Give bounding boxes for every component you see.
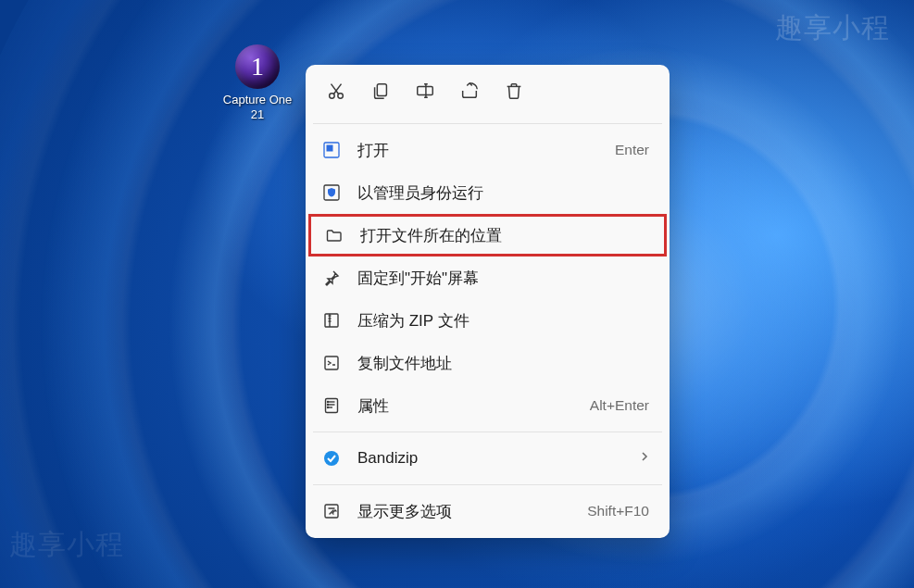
menu-label: 固定到"开始"屏幕 — [357, 268, 649, 289]
properties-icon — [322, 396, 341, 415]
menu-item-compress-zip[interactable]: 压缩为 ZIP 文件 — [311, 299, 664, 342]
rename-icon — [415, 81, 435, 106]
svg-point-1 — [338, 93, 344, 98]
menu-label: 复制文件地址 — [357, 353, 649, 374]
menu-item-open-file-location[interactable]: 打开文件所在的位置 — [308, 214, 667, 256]
menu-item-run-as-admin[interactable]: 以管理员身份运行 — [311, 171, 664, 214]
show-more-icon — [322, 502, 341, 520]
menu-separator — [313, 123, 662, 124]
open-icon — [322, 141, 341, 159]
chevron-right-icon — [640, 449, 649, 468]
menu-item-show-more-options[interactable]: 显示更多选项 Shift+F10 — [311, 490, 664, 532]
shield-icon — [322, 183, 341, 202]
menu-label: 打开 — [357, 140, 598, 161]
svg-point-0 — [330, 93, 335, 98]
menu-label: 打开文件所在的位置 — [360, 225, 646, 246]
svg-point-23 — [324, 451, 339, 466]
desktop-shortcut-label: Capture One 21 — [223, 93, 292, 123]
folder-icon — [325, 226, 344, 244]
menu-label: 显示更多选项 — [357, 501, 570, 522]
menu-label: 以管理员身份运行 — [357, 182, 649, 204]
svg-point-21 — [328, 405, 329, 406]
copy-button[interactable] — [361, 74, 400, 111]
menu-item-properties[interactable]: 属性 Alt+Enter — [311, 384, 664, 427]
svg-rect-4 — [377, 83, 386, 95]
menu-label: 压缩为 ZIP 文件 — [357, 310, 649, 332]
svg-point-22 — [328, 407, 329, 408]
share-icon — [459, 81, 480, 106]
cut-button[interactable] — [317, 74, 356, 111]
delete-icon — [504, 81, 524, 106]
menu-shortcut: Shift+F10 — [587, 503, 649, 519]
app-icon: 1 — [235, 44, 280, 89]
pin-icon — [322, 269, 341, 287]
menu-separator — [313, 432, 662, 432]
menu-label: Bandizip — [357, 449, 623, 468]
copy-path-icon — [322, 354, 341, 372]
zip-icon — [322, 311, 341, 330]
context-menu: 打开 Enter 以管理员身份运行 打开文件所在的位置 固定到"开始"屏幕 压缩… — [306, 65, 670, 538]
copy-icon — [370, 81, 391, 106]
svg-rect-5 — [418, 86, 433, 94]
bandizip-icon — [322, 449, 341, 468]
share-button[interactable] — [450, 74, 489, 111]
svg-rect-8 — [327, 145, 333, 152]
svg-rect-10 — [325, 314, 338, 327]
rename-button[interactable] — [406, 74, 444, 111]
desktop-shortcut-capture-one[interactable]: 1 Capture One 21 — [217, 44, 298, 123]
delete-button[interactable] — [495, 74, 533, 111]
menu-item-open[interactable]: 打开 Enter — [311, 129, 664, 171]
svg-point-20 — [328, 402, 329, 403]
menu-item-pin-to-start[interactable]: 固定到"开始"屏幕 — [311, 256, 664, 299]
menu-shortcut: Enter — [615, 142, 649, 158]
menu-separator — [313, 484, 662, 485]
cut-icon — [326, 81, 346, 106]
menu-item-bandizip[interactable]: Bandizip — [311, 437, 664, 480]
menu-item-copy-path[interactable]: 复制文件地址 — [311, 342, 664, 384]
context-menu-toolbar — [311, 70, 664, 119]
menu-label: 属性 — [357, 395, 573, 417]
menu-shortcut: Alt+Enter — [590, 397, 649, 414]
